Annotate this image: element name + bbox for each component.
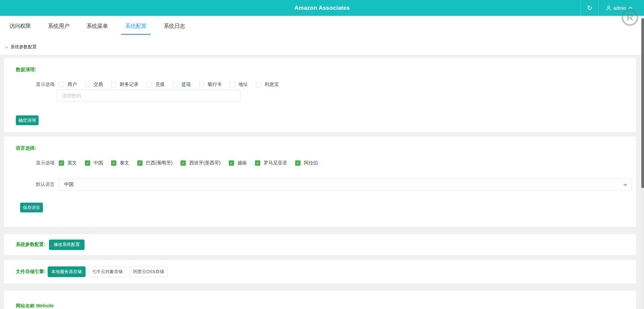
checkbox-transactions[interactable]: 交易 [85,82,103,88]
checkbox-vietnam[interactable]: ✓ 越南 [229,160,247,166]
data-cleanup-checkbox-group: 用户 交易 财务记录 充值 提现 [59,82,279,88]
data-cleanup-card: 数据清理: 显示选项 用户 交易 财务记录 充值 [4,58,636,132]
language-select-card: 语言选择: 显示选项 ✓ 英文 ✓ 中国 ✓ 泰文 ✓ 巴西(葡萄牙) [4,137,636,227]
checkbox-thai[interactable]: ✓ 泰文 [111,160,129,166]
language-options-row: 显示选项 ✓ 英文 ✓ 中国 ✓ 泰文 ✓ 巴西(葡萄牙) [16,160,636,166]
checkbox-box-checked[interactable]: ✓ [295,160,301,166]
checkbox-label: 财务记录 [120,82,139,88]
checkbox-brazil-portuguese[interactable]: ✓ 巴西(葡萄牙) [137,160,172,166]
checkbox-china[interactable]: ✓ 中国 [85,160,103,166]
breadcrumb-label: 系统参数配置 [10,44,37,50]
save-language-button[interactable]: 保存语言 [20,203,43,212]
checkbox-financial-records[interactable]: 财务记录 [111,82,139,88]
checkbox-box-checked[interactable]: ✓ [85,160,90,166]
breadcrumb-arrow-icon: » [5,44,8,50]
user-icon [606,5,611,11]
checkbox-box[interactable] [230,82,235,87]
options-label: 显示选项 [36,82,55,88]
checkbox-english[interactable]: ✓ 英文 [59,160,77,166]
checkbox-arabic[interactable]: ✓ 阿拉伯 [295,160,318,166]
confirm-cleanup-button[interactable]: 确定清理 [16,115,39,125]
checkbox-box[interactable] [59,82,64,87]
scrollbar-thumb[interactable] [641,18,644,188]
checkbox-box-checked[interactable]: ✓ [59,160,64,166]
checkbox-box[interactable] [256,82,261,87]
checkbox-label: 阿拉伯 [304,160,318,166]
checkbox-box[interactable] [199,82,204,87]
app-header: Amazon Associates ↻ admin [0,0,644,16]
checkbox-label: 交易 [94,82,103,88]
page-content: 数据清理: 显示选项 用户 交易 财务记录 充值 [0,55,644,309]
checkbox-box-checked[interactable]: ✓ [111,160,116,166]
language-checkbox-group: ✓ 英文 ✓ 中国 ✓ 泰文 ✓ 巴西(葡萄牙) ✓ 西班牙(墨西哥) [59,160,318,166]
storage-button-group: 本地服务器存储 七牛云对象存储 阿里云OSS存储 [48,266,168,277]
modify-system-config-button[interactable]: 修改系统配置 [49,240,85,250]
chevron-up-icon [629,7,633,9]
checkbox-label: 越南 [237,160,247,166]
checkbox-label: 巴西(葡萄牙) [146,160,172,166]
checkbox-interest-treasure[interactable]: 利息宝 [256,82,279,88]
checkbox-box[interactable] [111,82,116,87]
tab-bar: 访问权限 系统用户 系统菜单 系统配置 系统日志 [0,16,644,39]
system-config-title: 系统参数配置: [16,242,46,248]
checkbox-box[interactable] [85,82,90,87]
scrollbar[interactable] [641,16,644,309]
storage-aliyun-oss-button[interactable]: 阿里云OSS存储 [129,266,168,277]
default-language-select[interactable]: 中国 [59,178,632,191]
options-label: 显示选项 [36,160,55,166]
checkbox-box-checked[interactable]: ✓ [137,160,143,166]
tab-access-permissions[interactable]: 访问权限 [5,23,35,35]
checkbox-spanish-mexico[interactable]: ✓ 西班牙(墨西哥) [180,160,220,166]
checkbox-box[interactable] [147,82,152,87]
data-cleanup-title: 数据清理: [16,67,636,73]
checkbox-box[interactable] [173,82,178,87]
cleanup-password-input[interactable] [57,90,240,102]
file-storage-card: 文件存储引擎: 本地服务器存储 七牛云对象存储 阿里云OSS存储 [4,260,636,284]
storage-qiniu-button[interactable]: 七牛云对象存储 [89,266,126,277]
user-menu[interactable]: admin [599,0,641,16]
checkbox-label: 中国 [94,160,103,166]
user-name: admin [613,5,626,11]
refresh-icon: ↻ [587,4,592,11]
website-name-card: 网站名称 Website [4,291,636,309]
checkbox-bank-card[interactable]: 银行卡 [199,82,222,88]
website-name-title: 网站名称 Website [16,303,636,309]
checkbox-address[interactable]: 地址 [230,82,248,88]
checkbox-label: 银行卡 [208,82,222,88]
tab-system-logs[interactable]: 系统日志 [160,23,189,35]
app-title: Amazon Associates [0,0,644,16]
data-cleanup-options-row: 显示选项 用户 交易 财务记录 充值 [16,82,636,88]
checkbox-label: 罗马尼亚语 [264,160,287,166]
cleanup-password-row [57,90,636,102]
checkbox-label: 利息宝 [265,82,279,88]
checkbox-label: 泰文 [120,160,129,166]
checkbox-box-checked[interactable]: ✓ [229,160,234,166]
checkbox-label: 西班牙(墨西哥) [189,160,220,166]
checkbox-withdrawal[interactable]: 提现 [173,82,191,88]
tab-system-users[interactable]: 系统用户 [44,23,73,35]
checkbox-label: 地址 [238,82,248,88]
checkbox-users[interactable]: 用户 [59,82,77,88]
header-controls: ↻ admin [581,0,641,16]
storage-local-server-button[interactable]: 本地服务器存储 [48,266,86,277]
default-language-label: 默认语言 [36,182,55,188]
tab-system-config[interactable]: 系统配置 [121,23,151,35]
refresh-button[interactable]: ↻ [581,0,598,16]
tab-system-menu[interactable]: 系统菜单 [83,23,112,35]
system-config-card: 系统参数配置: 修改系统配置 [4,234,636,255]
checkbox-box-checked[interactable]: ✓ [180,160,186,166]
checkbox-recharge[interactable]: 充值 [147,82,165,88]
default-language-value: 中国 [64,182,73,188]
checkbox-romanian[interactable]: ✓ 罗马尼亚语 [255,160,287,166]
checkbox-label: 充值 [155,82,165,88]
checkbox-label: 提现 [181,82,191,88]
checkbox-label: 用户 [67,82,77,88]
language-select-title: 语言选择: [16,145,636,151]
file-storage-title: 文件存储引擎: [16,269,46,275]
checkbox-box-checked[interactable]: ✓ [255,160,260,166]
checkbox-label: 英文 [67,160,77,166]
breadcrumb: » 系统参数配置 [0,39,644,55]
chevron-down-icon [623,184,628,187]
default-language-row: 默认语言 中国 [16,178,636,191]
